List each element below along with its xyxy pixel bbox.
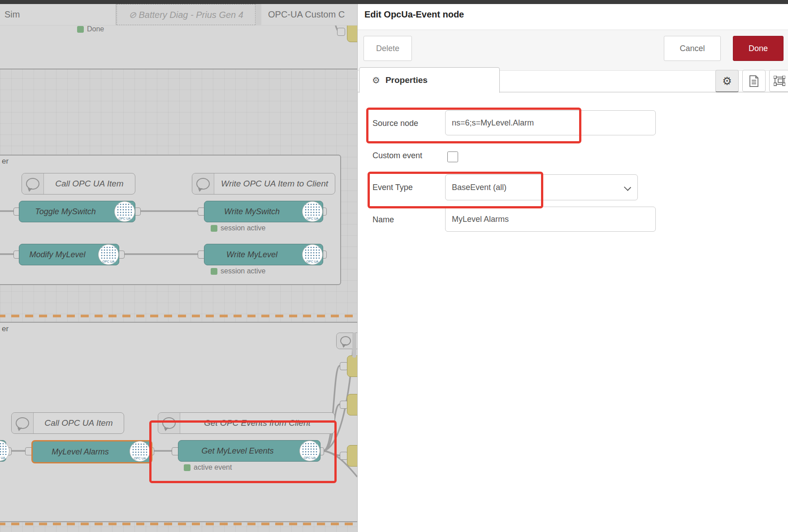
gear-icon: ⚙ <box>372 75 380 86</box>
tab-battery-diag[interactable]: ⊘ Battery Diag - Prius Gen 4 <box>117 4 255 25</box>
node-clipped-right-2[interactable] <box>347 394 357 415</box>
source-node-input[interactable] <box>445 110 656 135</box>
node-clipped-left[interactable]: OPC UA <box>0 440 6 462</box>
document-icon <box>749 75 759 87</box>
node-modify-mylevel[interactable]: Modify MyLevel OPC UA <box>19 244 119 265</box>
tab-sim[interactable]: Sim <box>0 4 116 25</box>
event-type-label: Event Type <box>372 183 413 192</box>
flow-canvas[interactable]: er er Call OPC UA <box>0 0 357 532</box>
node-get-mylevel-events[interactable]: Get MyLevel Events OPC UA <box>178 440 320 462</box>
comment-bubble-icon <box>192 173 214 194</box>
tray-title: Edit OpcUa-Event node <box>364 9 464 20</box>
status-done: Done <box>77 25 104 33</box>
status-dot-green <box>77 26 84 33</box>
port-clipped-top-right[interactable] <box>337 28 345 36</box>
node-red-editor: er er Call OPC UA <box>0 0 788 532</box>
delete-button[interactable]: Delete <box>364 36 412 61</box>
status-dot-green <box>184 464 191 471</box>
cancel-button[interactable]: Cancel <box>664 36 721 61</box>
custom-event-checkbox[interactable] <box>447 151 458 162</box>
opcua-badge-icon: OPC UA <box>299 441 320 461</box>
done-button[interactable]: Done <box>733 36 784 61</box>
flow-tab-strip: Sim ⊘ Battery Diag - Prius Gen 4 OPC-UA … <box>0 4 357 26</box>
properties-view-button[interactable]: ⚙ <box>715 70 739 92</box>
appearance-icon <box>774 76 785 87</box>
opcua-badge-icon: OPC UA <box>302 201 323 222</box>
opcua-badge-icon: OPC UA <box>114 201 135 222</box>
source-node-label: Source node <box>372 119 418 128</box>
description-view-button[interactable] <box>742 70 766 92</box>
comment-bubble-icon <box>22 173 44 194</box>
comment-node-get-opc-events[interactable]: Get OPC Events from Client <box>158 412 335 434</box>
header-bottom-bar <box>0 0 788 4</box>
tab-opcua-custom[interactable]: OPC-UA Custom C <box>261 4 357 25</box>
comment-node-call-opcua-upper[interactable]: Call OPC UA Item <box>22 173 135 195</box>
node-write-myswitch[interactable]: Write MySwitch OPC UA <box>204 201 323 222</box>
name-input[interactable] <box>445 207 656 232</box>
edit-node-tray: Edit OpcUa-Event node Delete Cancel Done… <box>357 4 788 532</box>
gear-icon: ⚙ <box>722 75 732 87</box>
node-clipped-right-1[interactable] <box>347 355 357 377</box>
chevron-down-icon <box>624 184 631 191</box>
canvas-scrollbar-thumb[interactable] <box>352 333 356 358</box>
opcua-badge-icon: OPC UA <box>98 244 119 265</box>
opcua-badge-icon: OPC UA <box>130 441 150 462</box>
tray-button-band <box>358 30 788 71</box>
tab-properties[interactable]: ⚙ Properties <box>359 67 500 93</box>
event-type-select[interactable]: BaseEvent (all) <box>445 174 638 200</box>
comment-node-call-opcua-lower[interactable]: Call OPC UA Item <box>11 412 124 434</box>
node-toggle-myswitch[interactable]: Toggle MySwitch OPC UA <box>19 201 135 222</box>
name-label: Name <box>372 215 394 225</box>
node-mylevel-alarms[interactable]: MyLevel Alarms OPC UA <box>31 440 152 463</box>
comment-node-write-opcua-client[interactable]: Write OPC UA Item to Client <box>192 173 335 195</box>
comment-bubble-icon <box>12 413 34 433</box>
custom-event-label: Custom event <box>372 151 422 160</box>
node-clipped-right-3[interactable] <box>347 445 357 467</box>
status-dot-green <box>211 268 217 275</box>
status-active-event: active event <box>184 463 232 471</box>
status-session-active-level: session active <box>211 267 266 275</box>
appearance-view-button[interactable] <box>769 70 788 92</box>
comment-bubble-icon <box>158 413 180 433</box>
node-write-mylevel[interactable]: Write MyLevel OPC UA <box>204 244 323 265</box>
status-dot-green <box>211 225 217 232</box>
status-session-active-switch: session active <box>211 224 266 232</box>
opcua-badge-icon: OPC UA <box>302 244 323 265</box>
